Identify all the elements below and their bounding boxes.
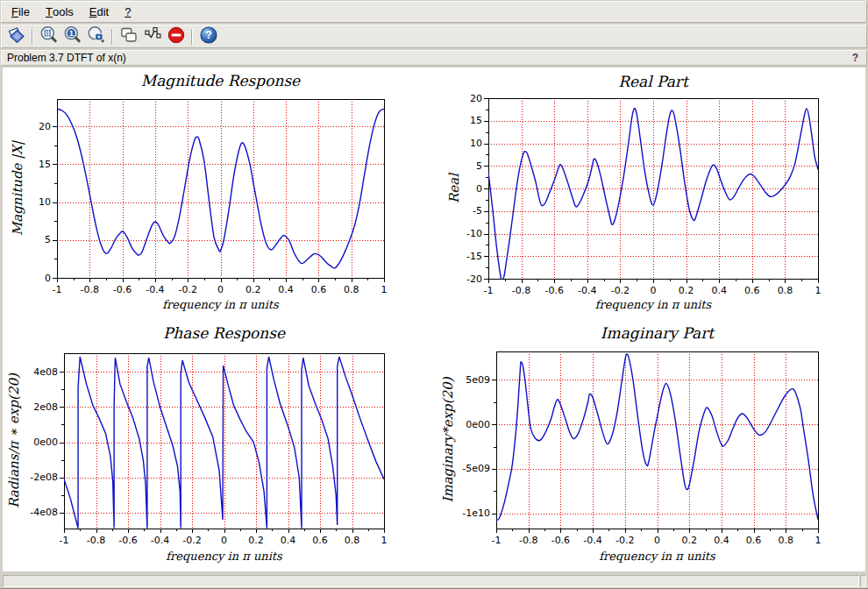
y-tick-label: 5e09 <box>466 374 490 386</box>
x-tick-label: 1 <box>815 285 822 296</box>
x-axis-label: frequency in π units <box>162 298 280 311</box>
x-tick-label: -0.6 <box>544 285 563 296</box>
y-tick-label: 10 <box>470 138 482 149</box>
x-tick-label: 0.2 <box>681 535 697 546</box>
scilab-graphic-window: FileToolsEdit? 1? Problem 3.7 DTFT of x(… <box>0 0 868 589</box>
svg-text:1: 1 <box>68 29 73 38</box>
info-help-link[interactable]: ? <box>852 52 858 64</box>
y-tick-label: -1e10 <box>462 507 490 519</box>
x-tick-label: 0.4 <box>281 535 296 546</box>
x-tick-label: -0.8 <box>87 535 105 546</box>
rotate-icon <box>7 25 26 47</box>
plot-title: Phase Response <box>163 324 286 342</box>
x-tick-label: 0.6 <box>311 284 327 295</box>
x-tick-label: 0 <box>654 535 660 546</box>
y-tick-label: -4e08 <box>30 507 58 518</box>
toolbar: 1? <box>1 25 867 48</box>
y-tick-label: -5 <box>473 205 482 216</box>
x-tick-label: 0.8 <box>344 284 359 295</box>
plot-phase: -1-0.8-0.6-0.4-0.200.20.40.60.81-4e08-2e… <box>3 320 437 573</box>
y-tick-label: 15 <box>39 159 51 170</box>
x-tick-label: -1 <box>484 285 494 296</box>
x-tick-label: 1 <box>815 535 822 546</box>
ged-icon <box>143 25 162 47</box>
menu-bar: FileToolsEdit? <box>1 1 867 23</box>
x-tick-label: 0 <box>217 284 224 295</box>
x-tick-label: -0.8 <box>512 285 530 296</box>
x-axis-label: frequency in π units <box>595 298 713 311</box>
plot-title: Real Part <box>618 73 690 90</box>
x-tick-label: -0.6 <box>118 535 137 546</box>
x-tick-label: 0.2 <box>248 535 264 546</box>
x-tick-label: 0.6 <box>312 535 328 546</box>
y-tick-label: 2e08 <box>33 401 58 413</box>
x-tick-label: -1 <box>492 535 502 546</box>
y-tick-label: -15 <box>466 251 482 262</box>
toolbar-separator <box>111 29 113 45</box>
plot-magnitude: -1-0.8-0.6-0.4-0.200.20.40.60.8105101520… <box>3 67 437 320</box>
plot-real: -1-0.8-0.6-0.4-0.200.20.40.60.81-20-15-1… <box>437 67 868 320</box>
x-tick-label: -0.6 <box>551 535 570 546</box>
menu-item-help[interactable]: ? <box>117 2 139 22</box>
y-tick-label: 0e00 <box>33 436 58 448</box>
y-axis-label: Radians/π ∗ exp(20) <box>6 373 22 508</box>
y-tick-label: 0 <box>476 183 482 195</box>
curve-real <box>488 109 818 280</box>
x-tick-label: -1 <box>60 535 69 546</box>
svg-text:?: ? <box>205 29 212 41</box>
y-axis-label: Magnitude |X| <box>10 140 25 236</box>
stop-button[interactable] <box>164 26 188 46</box>
about-button[interactable]: ? <box>196 26 220 46</box>
copy-icon <box>119 25 139 47</box>
x-tick-label: -0.6 <box>113 284 132 295</box>
x-tick-label: -0.2 <box>611 285 630 296</box>
x-tick-label: -0.4 <box>583 535 601 546</box>
copy-button[interactable] <box>117 26 140 46</box>
y-tick-label: 20 <box>39 121 51 132</box>
graphics-editor-button[interactable] <box>140 26 164 46</box>
y-tick-label: 4e08 <box>33 366 58 378</box>
x-tick-label: -0.8 <box>81 284 99 295</box>
y-tick-label: -5e09 <box>462 463 490 474</box>
x-tick-label: -1 <box>53 284 62 295</box>
zoom-area-button[interactable] <box>37 26 60 46</box>
curve-imaginary <box>496 354 818 521</box>
rotate-button[interactable] <box>4 26 28 46</box>
x-tick-label: 1 <box>381 535 388 546</box>
plot-imaginary: -1-0.8-0.6-0.4-0.200.20.40.60.815e090e00… <box>437 320 868 573</box>
x-tick-label: 0.8 <box>778 285 793 296</box>
y-tick-label: 10 <box>39 196 51 208</box>
curve-phase <box>64 357 384 529</box>
status-bar <box>3 575 859 587</box>
zoom-area-icon <box>39 25 59 47</box>
x-tick-label: 0 <box>221 535 227 546</box>
x-tick-label: 0.6 <box>746 535 762 546</box>
x-tick-label: 0.4 <box>711 285 727 296</box>
toolbar-separator <box>32 29 33 45</box>
y-tick-label: 0e00 <box>466 419 490 430</box>
y-axis-label: Imaginary*exp(20) <box>440 376 456 502</box>
x-tick-label: -0.2 <box>615 535 634 546</box>
x-tick-label: 1 <box>381 284 388 295</box>
curve-magnitude <box>57 109 384 268</box>
graphics-canvas: -1-0.8-0.6-0.4-0.200.20.40.60.8105101520… <box>2 67 866 572</box>
zoom-out-button[interactable] <box>84 26 108 46</box>
menu-item-file[interactable]: File <box>4 2 38 22</box>
zoom-original-button[interactable]: 1 <box>60 26 84 46</box>
menu-item-tools[interactable]: Tools <box>38 2 82 22</box>
x-tick-label: 0.4 <box>714 535 729 546</box>
menu-item-edit[interactable]: Edit <box>82 2 117 22</box>
y-tick-label: -20 <box>466 273 482 285</box>
x-axis-label: frequency in π units <box>599 550 716 563</box>
x-tick-label: -0.4 <box>578 285 596 296</box>
x-tick-label: -0.4 <box>151 535 169 546</box>
x-tick-label: 0.2 <box>679 285 694 296</box>
x-tick-label: -0.8 <box>519 535 537 546</box>
x-tick-label: -0.4 <box>146 284 164 295</box>
x-tick-label: 0 <box>651 285 657 296</box>
about-icon: ? <box>199 25 218 47</box>
resize-grip[interactable] <box>860 575 866 587</box>
y-axis-label: Real <box>446 173 462 203</box>
y-tick-label: 5 <box>476 160 482 172</box>
stop-icon <box>167 25 186 47</box>
